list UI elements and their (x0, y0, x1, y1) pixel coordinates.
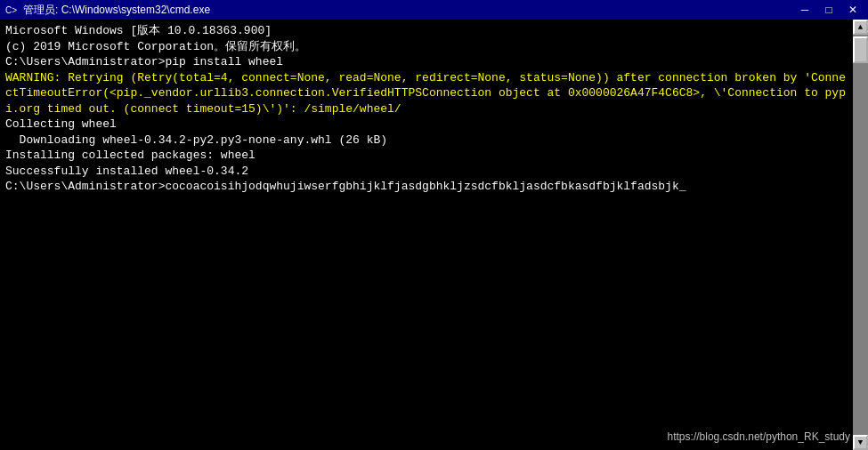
terminal-line: Successfully installed wheel-0.34.2 (5, 164, 848, 180)
cmd-icon: C> (4, 3, 18, 17)
scroll-up-button[interactable]: ▲ (853, 20, 868, 35)
content-area: Microsoft Windows [版本 10.0.18363.900](c)… (0, 20, 868, 450)
window-title: 管理员: C:\Windows\system32\cmd.exe (23, 3, 210, 18)
terminal-line: C:\Users\Administrator>pip install wheel (5, 54, 848, 70)
titlebar-left: C> 管理员: C:\Windows\system32\cmd.exe (4, 3, 210, 18)
titlebar: C> 管理员: C:\Windows\system32\cmd.exe ─ □ … (0, 0, 868, 20)
scroll-down-button[interactable]: ▼ (853, 435, 868, 450)
close-button[interactable]: ✕ (841, 2, 864, 18)
vertical-scrollbar[interactable]: ▲ ▼ (853, 20, 868, 450)
watermark: https://blog.csdn.net/python_RK_study (668, 430, 850, 443)
scroll-thumb[interactable] (853, 36, 868, 63)
terminal-line: WARNING: Retrying (Retry(total=4, connec… (5, 70, 848, 117)
scroll-track[interactable] (853, 35, 868, 435)
terminal-line: Installing collected packages: wheel (5, 148, 848, 164)
terminal-line: Microsoft Windows [版本 10.0.18363.900] (5, 23, 848, 39)
terminal-output[interactable]: Microsoft Windows [版本 10.0.18363.900](c)… (0, 20, 853, 450)
maximize-button[interactable]: □ (817, 2, 840, 18)
svg-text:C>: C> (5, 5, 17, 15)
terminal-line: Downloading wheel-0.34.2-py2.py3-none-an… (5, 133, 848, 149)
terminal-line: (c) 2019 Microsoft Corporation。保留所有权利。 (5, 39, 848, 55)
cmd-window: C> 管理员: C:\Windows\system32\cmd.exe ─ □ … (0, 0, 868, 450)
titlebar-controls: ─ □ ✕ (793, 2, 864, 18)
terminal-line: C:\Users\Administrator>cocoacoisihjodqwh… (5, 179, 848, 195)
minimize-button[interactable]: ─ (793, 2, 816, 18)
terminal-line: Collecting wheel (5, 117, 848, 133)
